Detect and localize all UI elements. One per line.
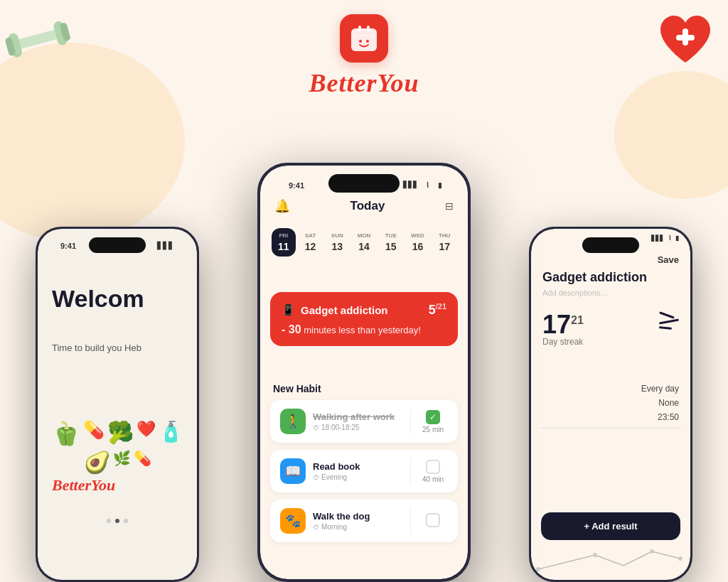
readbook-time: ⏱ Evening — [313, 473, 403, 481]
right-signal: ▋▋▋ — [651, 235, 664, 242]
walkdog-name: Walk the dog — [313, 511, 403, 522]
walking-info: Walking after work ⏱ 18:00-18:25 — [313, 411, 403, 431]
divider-2 — [410, 458, 411, 484]
center-battery: ▮ — [438, 181, 442, 189]
filter-icon[interactable]: ⊟ — [445, 200, 454, 212]
add-result-button[interactable]: + Add result — [541, 512, 680, 540]
walking-time: ⏱ 18:00-18:25 — [313, 424, 403, 431]
streak-label: Day streak — [542, 337, 655, 347]
food-illustration: 🫑 💊 🥦 ❤️ 🧴 🥑 🌿 💊 — [38, 357, 197, 537]
dot-3 — [124, 519, 128, 523]
cal-day-sat[interactable]: SAT 12 — [299, 228, 323, 257]
today-title: Today — [350, 199, 385, 213]
welcome-title: Welcom — [52, 286, 144, 312]
right-phone-screen: ▋▋▋ ⌇ ▮ Save Gadget addiction Add descri… — [531, 229, 690, 580]
center-header: 🔔 Today ⊟ — [260, 198, 468, 214]
cal-dayname-fri: FRI — [279, 232, 288, 239]
info-row-reminder: None — [658, 398, 679, 408]
featured-habit-icon: 📱 — [282, 303, 295, 316]
walkdog-time: ⏱ Morning — [313, 523, 403, 531]
left-brand-text: BetterYou — [52, 476, 115, 495]
carousel-dots — [38, 519, 197, 523]
save-button[interactable]: Save — [658, 254, 679, 265]
readbook-checkbox[interactable] — [426, 460, 440, 474]
readbook-icon: 📖 — [280, 458, 306, 484]
left-signal: ▋▋▋ — [157, 242, 174, 249]
cal-day-mon[interactable]: MON 14 — [352, 228, 376, 257]
svg-point-14 — [593, 553, 597, 557]
featured-habit-detail: - 30 minutes less than yesterday! — [282, 323, 446, 336]
featured-habit-card[interactable]: 📱 Gadget addiction 5/21 - 30 minutes les… — [270, 292, 458, 346]
habit-item-readbook[interactable]: 📖 Read book ⏱ Evening 40 min — [270, 450, 458, 492]
readbook-right: 40 min — [418, 460, 448, 483]
walkdog-checkbox[interactable] — [426, 513, 440, 527]
divider-horizontal — [541, 428, 680, 429]
app-icon — [340, 14, 388, 63]
divider-3 — [410, 508, 411, 534]
right-battery: ▮ — [675, 235, 679, 242]
walking-duration: 25 min — [422, 426, 444, 433]
featured-habit-total: /21 — [436, 302, 446, 311]
svg-point-16 — [678, 556, 682, 561]
tick-1 — [659, 311, 675, 318]
cal-daynum-fri: 11 — [278, 241, 289, 252]
habit-item-walkdog[interactable]: 🐾 Walk the dog ⏱ Morning — [270, 500, 458, 542]
habit-item-walking[interactable]: 🚶 Walking after work ⏱ 18:00-18:25 ✓ 25 … — [270, 400, 458, 443]
streak-number: 1721 — [542, 310, 655, 340]
svg-point-11 — [359, 40, 362, 43]
phone-left: 9:41 ▋▋▋ Welcom Time to build you Heb 🫑 … — [36, 227, 199, 582]
walking-right: ✓ 25 min — [418, 410, 448, 433]
cal-daynum-mon: 14 — [358, 241, 370, 252]
featured-habit-name: 📱 Gadget addiction — [282, 303, 388, 316]
cal-day-thu[interactable]: THU 17 — [432, 228, 456, 257]
streak-info: 1721 Day streak — [542, 310, 655, 347]
phone-center: 9:41 ▋▋▋ ⌇ ▮ 🔔 Today ⊟ FRI 11 SAT 12 — [257, 163, 471, 582]
svg-rect-8 — [358, 26, 361, 31]
right-wifi: ⌇ — [668, 235, 671, 242]
center-wifi: ⌇ — [426, 181, 429, 189]
walkdog-icon: 🐾 — [280, 508, 306, 534]
cal-dayname-sun: SUN — [331, 232, 343, 239]
cal-daynum-sun: 13 — [332, 241, 343, 252]
svg-point-15 — [650, 549, 654, 554]
readbook-name: Read book — [313, 461, 403, 472]
cal-day-wed[interactable]: WED 16 — [406, 228, 430, 257]
left-phone-screen: 9:41 ▋▋▋ Welcom Time to build you Heb 🫑 … — [38, 229, 197, 580]
bell-icon[interactable]: 🔔 — [274, 198, 290, 214]
svg-rect-7 — [351, 28, 377, 51]
right-habit-title: Gadget addiction — [542, 270, 647, 285]
welcome-subtitle: Time to build you Heb — [52, 343, 141, 353]
svg-rect-9 — [367, 26, 370, 31]
walkdog-right — [418, 513, 448, 529]
left-time: 9:41 — [60, 242, 76, 250]
phones-container: 9:41 ▋▋▋ Welcom Time to build you Heb 🫑 … — [0, 141, 728, 582]
cal-daynum-sat: 12 — [305, 241, 316, 252]
center-signal: ▋▋▋ — [403, 181, 418, 188]
cal-day-sun[interactable]: SUN 13 — [325, 228, 349, 257]
tick-3 — [659, 326, 672, 330]
walking-checkbox[interactable]: ✓ — [426, 410, 440, 424]
phone-right: ▋▋▋ ⌇ ▮ Save Gadget addiction Add descri… — [529, 227, 692, 582]
dot-2 — [115, 519, 119, 523]
cal-day-tue[interactable]: TUE 15 — [379, 228, 403, 257]
app-header: BetterYou — [0, 14, 728, 98]
right-add-desc[interactable]: Add descriptions... — [542, 289, 607, 297]
tick-2 — [659, 319, 679, 325]
info-row-frequency: Every day — [641, 384, 679, 394]
cal-daynum-thu: 17 — [439, 241, 450, 252]
cal-day-fri[interactable]: FRI 11 — [272, 228, 296, 257]
dot-1 — [107, 519, 111, 523]
calendar-strip: FRI 11 SAT 12 SUN 13 MON 14 TUE 15 — [267, 222, 461, 262]
cal-daynum-wed: 16 — [412, 241, 424, 252]
cal-dayname-sat: SAT — [305, 232, 316, 239]
tick-marks — [659, 314, 679, 329]
readbook-info: Read book ⏱ Evening — [313, 461, 403, 481]
walking-name: Walking after work — [313, 411, 403, 422]
new-habit-label: New Habit — [273, 383, 321, 394]
featured-habit-count: 5/21 — [429, 302, 446, 318]
divider-1 — [410, 409, 411, 434]
walkdog-info: Walk the dog ⏱ Morning — [313, 511, 403, 531]
graph-area — [531, 541, 690, 580]
cal-dayname-tue: TUE — [385, 232, 397, 239]
cal-dayname-mon: MON — [358, 232, 371, 239]
